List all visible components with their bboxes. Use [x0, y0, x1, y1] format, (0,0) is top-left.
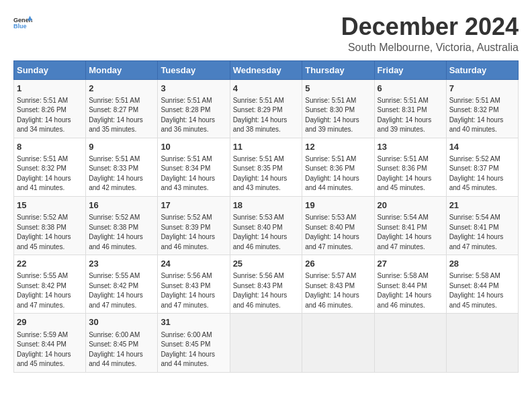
day-number: 4	[233, 83, 300, 95]
day-number: 10	[161, 141, 226, 153]
calendar-cell	[302, 314, 374, 372]
calendar-header-row: SundayMondayTuesdayWednesdayThursdayFrid…	[14, 60, 519, 79]
day-number: 12	[305, 141, 371, 153]
day-info: Sunrise: 5:58 AM Sunset: 8:44 PM Dayligh…	[449, 271, 515, 310]
day-number: 14	[449, 141, 515, 153]
day-info: Sunrise: 5:51 AM Sunset: 8:32 PM Dayligh…	[17, 154, 83, 193]
calendar-cell: 28Sunrise: 5:58 AM Sunset: 8:44 PM Dayli…	[446, 255, 518, 314]
calendar-cell: 4Sunrise: 5:51 AM Sunset: 8:29 PM Daylig…	[230, 79, 302, 138]
weekday-header-sunday: Sunday	[14, 60, 86, 79]
day-info: Sunrise: 5:58 AM Sunset: 8:44 PM Dayligh…	[378, 271, 443, 310]
calendar-cell: 7Sunrise: 5:51 AM Sunset: 8:32 PM Daylig…	[446, 79, 518, 138]
calendar-week-row: 29Sunrise: 5:59 AM Sunset: 8:44 PM Dayli…	[14, 314, 519, 372]
day-number: 23	[89, 258, 154, 270]
calendar-cell: 26Sunrise: 5:57 AM Sunset: 8:43 PM Dayli…	[302, 255, 374, 314]
weekday-header-tuesday: Tuesday	[158, 60, 230, 79]
calendar-cell: 20Sunrise: 5:54 AM Sunset: 8:41 PM Dayli…	[374, 196, 446, 255]
day-info: Sunrise: 5:55 AM Sunset: 8:42 PM Dayligh…	[17, 271, 83, 310]
day-info: Sunrise: 5:52 AM Sunset: 8:39 PM Dayligh…	[161, 213, 226, 252]
calendar-cell: 23Sunrise: 5:55 AM Sunset: 8:42 PM Dayli…	[86, 255, 158, 314]
day-number: 21	[449, 199, 515, 212]
day-info: Sunrise: 6:00 AM Sunset: 8:45 PM Dayligh…	[161, 330, 226, 369]
day-number: 16	[89, 199, 154, 212]
day-info: Sunrise: 5:54 AM Sunset: 8:41 PM Dayligh…	[449, 213, 515, 252]
calendar-cell: 14Sunrise: 5:52 AM Sunset: 8:37 PM Dayli…	[446, 138, 518, 196]
day-info: Sunrise: 5:51 AM Sunset: 8:30 PM Dayligh…	[305, 96, 371, 135]
logo-icon: General Blue	[13, 13, 32, 32]
day-number: 22	[17, 258, 83, 270]
day-number: 9	[89, 141, 154, 153]
day-info: Sunrise: 5:51 AM Sunset: 8:35 PM Dayligh…	[233, 154, 300, 193]
day-number: 29	[17, 316, 83, 328]
day-number: 13	[378, 141, 443, 153]
day-info: Sunrise: 5:51 AM Sunset: 8:26 PM Dayligh…	[17, 96, 83, 135]
day-number: 26	[305, 258, 371, 270]
calendar-cell	[230, 314, 302, 372]
day-info: Sunrise: 5:51 AM Sunset: 8:33 PM Dayligh…	[89, 154, 154, 193]
calendar-cell: 5Sunrise: 5:51 AM Sunset: 8:30 PM Daylig…	[302, 79, 374, 138]
calendar-cell: 2Sunrise: 5:51 AM Sunset: 8:27 PM Daylig…	[86, 79, 158, 138]
day-info: Sunrise: 5:51 AM Sunset: 8:28 PM Dayligh…	[161, 96, 226, 135]
calendar-cell: 1Sunrise: 5:51 AM Sunset: 8:26 PM Daylig…	[14, 79, 86, 138]
calendar-cell: 19Sunrise: 5:53 AM Sunset: 8:40 PM Dayli…	[302, 196, 374, 255]
day-number: 25	[233, 258, 300, 270]
day-info: Sunrise: 5:55 AM Sunset: 8:42 PM Dayligh…	[89, 271, 154, 310]
day-number: 31	[161, 316, 226, 328]
calendar-week-row: 8Sunrise: 5:51 AM Sunset: 8:32 PM Daylig…	[14, 138, 519, 196]
day-info: Sunrise: 5:51 AM Sunset: 8:36 PM Dayligh…	[305, 154, 371, 193]
calendar-table: SundayMondayTuesdayWednesdayThursdayFrid…	[13, 60, 519, 373]
calendar-cell: 30Sunrise: 6:00 AM Sunset: 8:45 PM Dayli…	[86, 314, 158, 372]
day-info: Sunrise: 5:52 AM Sunset: 8:38 PM Dayligh…	[17, 213, 83, 252]
day-number: 17	[161, 199, 226, 212]
calendar-cell: 12Sunrise: 5:51 AM Sunset: 8:36 PM Dayli…	[302, 138, 374, 196]
weekday-header-monday: Monday	[86, 60, 158, 79]
header: General Blue December 2024 South Melbour…	[13, 13, 519, 54]
calendar-cell: 10Sunrise: 5:51 AM Sunset: 8:34 PM Dayli…	[158, 138, 230, 196]
title-area: December 2024 South Melbourne, Victoria,…	[341, 13, 519, 54]
weekday-header-friday: Friday	[374, 60, 446, 79]
day-info: Sunrise: 5:52 AM Sunset: 8:37 PM Dayligh…	[449, 154, 515, 193]
location-title: South Melbourne, Victoria, Australia	[341, 42, 519, 54]
calendar-cell: 11Sunrise: 5:51 AM Sunset: 8:35 PM Dayli…	[230, 138, 302, 196]
day-number: 1	[17, 83, 83, 95]
day-info: Sunrise: 5:51 AM Sunset: 8:31 PM Dayligh…	[378, 96, 443, 135]
calendar-cell: 27Sunrise: 5:58 AM Sunset: 8:44 PM Dayli…	[374, 255, 446, 314]
weekday-header-thursday: Thursday	[302, 60, 374, 79]
day-info: Sunrise: 5:54 AM Sunset: 8:41 PM Dayligh…	[378, 213, 443, 252]
day-number: 11	[233, 141, 300, 153]
day-number: 27	[378, 258, 443, 270]
calendar-week-row: 15Sunrise: 5:52 AM Sunset: 8:38 PM Dayli…	[14, 196, 519, 255]
calendar-week-row: 22Sunrise: 5:55 AM Sunset: 8:42 PM Dayli…	[14, 255, 519, 314]
day-number: 19	[305, 199, 371, 212]
day-info: Sunrise: 5:56 AM Sunset: 8:43 PM Dayligh…	[233, 271, 300, 310]
calendar-cell: 21Sunrise: 5:54 AM Sunset: 8:41 PM Dayli…	[446, 196, 518, 255]
day-number: 3	[161, 83, 226, 95]
day-info: Sunrise: 5:51 AM Sunset: 8:34 PM Dayligh…	[161, 154, 226, 193]
day-number: 18	[233, 199, 300, 212]
day-info: Sunrise: 5:51 AM Sunset: 8:32 PM Dayligh…	[449, 96, 515, 135]
day-info: Sunrise: 5:57 AM Sunset: 8:43 PM Dayligh…	[305, 271, 371, 310]
calendar-week-row: 1Sunrise: 5:51 AM Sunset: 8:26 PM Daylig…	[14, 79, 519, 138]
day-number: 30	[89, 316, 154, 328]
calendar-cell: 24Sunrise: 5:56 AM Sunset: 8:43 PM Dayli…	[158, 255, 230, 314]
day-number: 15	[17, 199, 83, 212]
svg-text:Blue: Blue	[13, 23, 27, 30]
calendar-cell: 8Sunrise: 5:51 AM Sunset: 8:32 PM Daylig…	[14, 138, 86, 196]
calendar-cell: 13Sunrise: 5:51 AM Sunset: 8:36 PM Dayli…	[374, 138, 446, 196]
day-info: Sunrise: 5:51 AM Sunset: 8:29 PM Dayligh…	[233, 96, 300, 135]
calendar-cell: 29Sunrise: 5:59 AM Sunset: 8:44 PM Dayli…	[14, 314, 86, 372]
day-info: Sunrise: 5:53 AM Sunset: 8:40 PM Dayligh…	[233, 213, 300, 252]
calendar-cell: 25Sunrise: 5:56 AM Sunset: 8:43 PM Dayli…	[230, 255, 302, 314]
day-number: 24	[161, 258, 226, 270]
day-info: Sunrise: 5:52 AM Sunset: 8:38 PM Dayligh…	[89, 213, 154, 252]
weekday-header-wednesday: Wednesday	[230, 60, 302, 79]
day-number: 8	[17, 141, 83, 153]
logo: General Blue	[13, 13, 32, 32]
calendar-cell: 15Sunrise: 5:52 AM Sunset: 8:38 PM Dayli…	[14, 196, 86, 255]
calendar-cell: 22Sunrise: 5:55 AM Sunset: 8:42 PM Dayli…	[14, 255, 86, 314]
calendar-cell: 18Sunrise: 5:53 AM Sunset: 8:40 PM Dayli…	[230, 196, 302, 255]
day-number: 20	[378, 199, 443, 212]
day-info: Sunrise: 5:51 AM Sunset: 8:36 PM Dayligh…	[378, 154, 443, 193]
calendar-cell: 17Sunrise: 5:52 AM Sunset: 8:39 PM Dayli…	[158, 196, 230, 255]
calendar-cell: 3Sunrise: 5:51 AM Sunset: 8:28 PM Daylig…	[158, 79, 230, 138]
